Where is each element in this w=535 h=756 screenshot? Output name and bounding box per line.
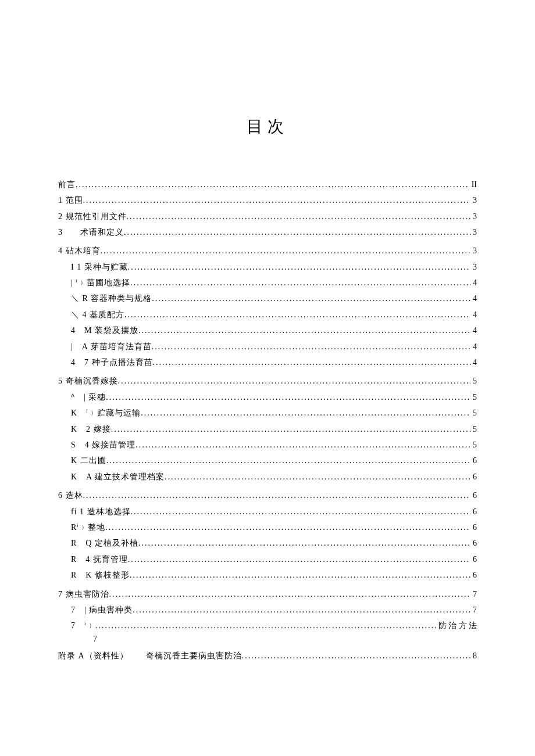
toc-body: 前言II1 范围32 规范性引用文件33 术语和定义34 砧木培育3I 1 采种… — [58, 178, 477, 662]
toc-entry: 4 M 装袋及摆放4 — [58, 324, 477, 337]
toc-leader-dots — [111, 423, 470, 436]
toc-label: ＼ 4 基质配方 — [71, 309, 124, 321]
toc-label: fi 1 造林地选择 — [71, 506, 131, 518]
toc-page-number: 防 治 方 法 — [436, 619, 477, 632]
toc-leader-dots — [76, 178, 469, 191]
toc-entry: 7 | 病虫害种类7 — [58, 604, 477, 617]
toc-entry: R Q 定植及补植6 — [58, 537, 477, 550]
toc-page-number: 5 — [470, 375, 477, 388]
toc-page-number: II — [469, 178, 477, 191]
toc-label: 2 规范性引用文件 — [58, 210, 127, 223]
toc-page-number: 6 — [470, 489, 477, 502]
toc-label: ＼ R 容器种类与规格 — [71, 292, 152, 305]
toc-entry: K 二出圃6 — [58, 454, 477, 467]
toc-leader-dots — [165, 471, 470, 483]
toc-leader-dots — [153, 356, 471, 369]
toc-page-number: 8 — [470, 650, 477, 662]
toc-entry: 4 砧木培育3 — [58, 245, 477, 257]
toc-page-number: 7 — [470, 588, 477, 601]
toc-leader-dots — [138, 537, 470, 550]
toc-label: R 4 抚育管理 — [71, 553, 128, 566]
toc-leader-dots — [152, 292, 470, 305]
toc-page-number: 7 — [470, 604, 477, 617]
toc-page-number: 4 — [470, 309, 477, 321]
toc-entry: 4 7 种子点播法育苗4 — [58, 356, 477, 369]
toc-page-number: 5 — [470, 439, 477, 452]
toc-label: 前言 — [58, 178, 76, 191]
toc-page-number-below: 7 — [58, 635, 477, 644]
toc-page-number: 6 — [470, 553, 477, 566]
toc-entry: | ⁱ﹚苗圃地选择4 — [58, 277, 477, 289]
toc-page-number: 4 — [470, 356, 477, 369]
toc-label: R K 修枝整形 — [71, 569, 130, 582]
toc-entry: S 4 嫁接苗管理5 — [58, 439, 477, 452]
toc-label: R Q 定植及补植 — [71, 537, 138, 550]
toc-leader-dots — [135, 439, 470, 452]
toc-leader-dots — [141, 407, 470, 420]
toc-page-number: 3 — [470, 226, 477, 239]
toc-label: 7 病虫害防治 — [58, 588, 109, 601]
toc-page-number: 6 — [470, 471, 477, 483]
toc-entry: | A 芽苗培育法育苗4 — [58, 341, 477, 353]
toc-entry: K A 建立技术管理档案6 — [58, 471, 477, 483]
toc-leader-dots — [242, 650, 470, 662]
toc-title: 目次 — [58, 116, 477, 138]
toc-page-number: 3 — [470, 194, 477, 207]
toc-page-number: 6 — [470, 454, 477, 467]
toc-entry: Rⁱ﹚整地6 — [58, 521, 477, 534]
toc-entry: fi 1 造林地选择6 — [58, 506, 477, 518]
toc-leader-dots — [83, 194, 471, 207]
toc-leader-dots — [130, 569, 470, 582]
toc-page-number: 3 — [470, 261, 477, 274]
toc-entry: ＼ R 容器种类与规格4 — [58, 292, 477, 305]
toc-leader-dots — [152, 341, 470, 353]
toc-leader-dots — [131, 506, 470, 518]
toc-page-number: 6 — [470, 521, 477, 534]
toc-entry: 5 奇楠沉香嫁接5 — [58, 375, 477, 388]
toc-label: 1 范围 — [58, 194, 83, 207]
toc-entry: 3 术语和定义3 — [58, 226, 477, 239]
toc-label: K 二出圃 — [71, 454, 106, 467]
toc-leader-dots — [124, 309, 470, 321]
toc-page-number: 5 — [470, 391, 477, 404]
toc-label: 5 奇楠沉香嫁接 — [58, 375, 118, 388]
toc-entry: ＼ 4 基质配方4 — [58, 309, 477, 321]
toc-leader-dots — [95, 619, 436, 632]
toc-label: K 2 嫁接 — [71, 423, 111, 436]
toc-leader-dots — [127, 210, 471, 223]
toc-page-number: 5 — [470, 407, 477, 420]
toc-entry: I 1 采种与贮藏3 — [58, 261, 477, 274]
toc-page-number: 3 — [470, 210, 477, 223]
toc-leader-dots — [105, 521, 470, 534]
toc-page-number: 3 — [470, 245, 477, 257]
toc-label: 7 | 病虫害种类 — [71, 604, 133, 617]
toc-label: I 1 采种与贮藏 — [71, 261, 128, 274]
toc-leader-dots — [106, 454, 470, 467]
toc-entry: R 4 抚育管理6 — [58, 553, 477, 566]
toc-label: S 4 嫁接苗管理 — [71, 439, 135, 452]
toc-entry: 7 病虫害防治7 — [58, 588, 477, 601]
toc-leader-dots — [128, 553, 470, 566]
toc-entry: 7 ⁱ﹚防 治 方 法 — [58, 619, 477, 632]
toc-entry: 2 规范性引用文件3 — [58, 210, 477, 223]
toc-page-number: 4 — [470, 324, 477, 337]
toc-label: 4 M 装袋及摆放 — [71, 324, 138, 337]
toc-page-number: 6 — [470, 569, 477, 582]
toc-label: Rⁱ﹚整地 — [71, 521, 105, 534]
toc-label: ᴬ | 采穗 — [71, 391, 106, 404]
toc-page-number: 4 — [470, 341, 477, 353]
toc-label: 4 7 种子点播法育苗 — [71, 356, 153, 369]
toc-entry: R K 修枝整形6 — [58, 569, 477, 582]
toc-label: | A 芽苗培育法育苗 — [71, 341, 152, 353]
toc-leader-dots — [128, 261, 470, 274]
toc-page-number: 6 — [470, 537, 477, 550]
toc-label: 3 术语和定义 — [58, 226, 124, 239]
toc-leader-dots — [101, 245, 471, 257]
toc-label: 4 砧木培育 — [58, 245, 101, 257]
toc-entry: 附录 A（资料性） 奇楠沉香主要病虫害防治8 — [58, 650, 477, 662]
toc-label: K A 建立技术管理档案 — [71, 471, 165, 483]
toc-leader-dots — [106, 391, 470, 404]
toc-leader-dots — [124, 226, 470, 239]
toc-leader-dots — [83, 489, 471, 502]
toc-leader-dots — [109, 588, 471, 601]
